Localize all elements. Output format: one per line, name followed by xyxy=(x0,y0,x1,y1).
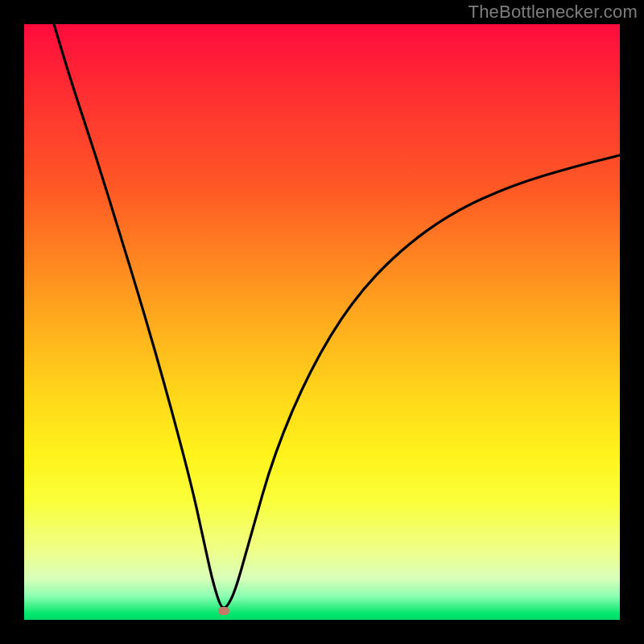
optimum-marker xyxy=(218,607,229,615)
plot-area xyxy=(24,24,620,620)
bottleneck-curve xyxy=(24,24,620,620)
curve-path xyxy=(54,24,620,608)
chart-frame: TheBottlenecker.com xyxy=(0,0,644,644)
watermark-label: TheBottlenecker.com xyxy=(469,2,638,23)
